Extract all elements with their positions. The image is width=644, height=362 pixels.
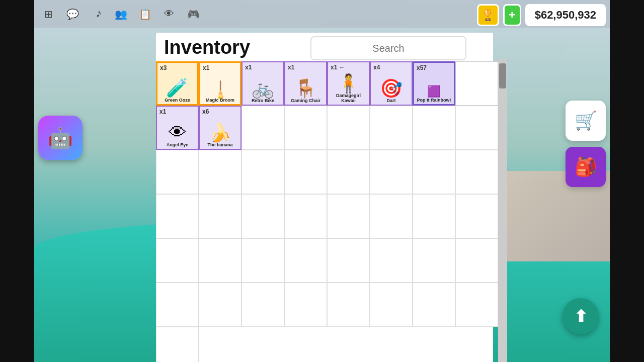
empty-cell-24 <box>156 238 199 283</box>
empty-cell-17 <box>199 194 242 238</box>
right-border <box>610 0 644 362</box>
empty-cell-29 <box>370 238 413 283</box>
plus-icon: + <box>509 9 515 22</box>
toolbar-icon-eye[interactable]: 👁 <box>161 6 177 22</box>
toolbar-icon-music[interactable]: 𝅘𝅥𝅮𝅘𝅥𝅯 <box>89 6 105 22</box>
empty-cell-10 <box>242 150 284 194</box>
item-count: x1 <box>159 108 166 115</box>
empty-cell-39 <box>455 283 498 327</box>
empty-cell-18 <box>242 194 284 238</box>
empty-cell-32 <box>156 283 199 327</box>
search-container <box>310 36 466 60</box>
empty-cell-25 <box>199 238 242 283</box>
empty-cell-36 <box>327 283 370 327</box>
item-label: Dart <box>371 99 412 105</box>
money-display: $62,950,932 <box>525 4 606 26</box>
item-count: x6 <box>202 108 209 115</box>
empty-cell-11 <box>284 150 327 194</box>
item-cell-magic-broom[interactable]: x1 🧹 Magic Broom <box>199 61 242 106</box>
empty-cell-35 <box>284 283 327 327</box>
empty-cell-8 <box>156 150 199 194</box>
empty-cell-34 <box>242 283 284 327</box>
item-cell-gaming-chair[interactable]: x1 🪑 Gaming Chair <box>284 61 327 106</box>
item-label: Green Ooze <box>157 98 197 104</box>
backpack-button[interactable]: 🎒 <box>566 147 606 187</box>
upload-icon: ⬆ <box>574 307 588 326</box>
item-cell-retro-bike[interactable]: x1 🚲 Retro Bike <box>242 61 284 106</box>
item-count: x1 ← <box>331 64 345 71</box>
scrollbar-thumb[interactable] <box>499 63 506 88</box>
item-count: x1 <box>245 64 252 71</box>
empty-cell-27 <box>284 238 327 283</box>
empty-cell-21 <box>370 194 413 238</box>
item-count: x4 <box>373 64 380 71</box>
item-cell-angel-eye[interactable]: x1 👁 Angel Eye <box>156 106 199 150</box>
trophy-icon: 🏆 <box>481 9 495 22</box>
backpack-icon: 🎒 <box>575 156 597 177</box>
toolbar-icon-game[interactable]: 🎮 <box>185 6 201 22</box>
angel-eye-icon: 👁 <box>169 124 187 142</box>
right-buttons: 🛒 🎒 <box>566 101 606 187</box>
item-count: x1 <box>288 64 294 71</box>
inventory-scrollbar[interactable] <box>498 59 507 362</box>
empty-cell-28 <box>327 238 370 283</box>
damagegirl-icon: 🧍 <box>337 74 360 93</box>
plus-button[interactable]: + <box>503 4 521 26</box>
left-app-icon[interactable]: 🤖 <box>38 116 83 160</box>
empty-cell-22 <box>413 194 455 238</box>
trophy-button[interactable]: 🏆 <box>477 4 499 26</box>
empty-cell-23 <box>455 194 498 238</box>
empty-cell-20 <box>327 194 370 238</box>
item-count: x57 <box>417 64 427 71</box>
robot-icon: 🤖 <box>48 126 73 150</box>
item-cell-pop-it[interactable]: x57 🟪 Pop It Rainbow! <box>413 61 455 106</box>
empty-cell-6 <box>413 106 455 150</box>
item-cell-dart[interactable]: x4 🎯 Dart <box>370 61 413 106</box>
dart-icon: 🎯 <box>380 79 403 98</box>
empty-cell-1 <box>455 61 498 106</box>
gaming-chair-icon: 🪑 <box>294 79 317 98</box>
item-count: x1 <box>203 64 209 71</box>
item-cell-banana[interactable]: x6 🍌 The banana <box>199 106 242 150</box>
empty-cell-38 <box>413 283 455 327</box>
empty-cell-15 <box>455 150 498 194</box>
item-label: Retro Bike <box>243 99 283 105</box>
banana-icon: 🍌 <box>209 124 231 142</box>
shop-button[interactable]: 🛒 <box>566 101 606 141</box>
item-cell-damagegirl[interactable]: x1 ← 🧍 Damagegirl Kawaii <box>327 61 370 106</box>
inventory-panel: Inventory x3 🧪 Green Ooze x1 🧹 Magic Bro… <box>156 33 493 362</box>
toolbar-icon-users[interactable]: 👥 <box>113 6 129 22</box>
empty-cell-37 <box>370 283 413 327</box>
empty-cell-16 <box>156 194 199 238</box>
empty-cell-30 <box>413 238 455 283</box>
item-label: The banana <box>200 143 240 149</box>
empty-cell-19 <box>284 194 327 238</box>
item-label: Angel Eye <box>157 143 198 149</box>
cart-icon: 🛒 <box>575 110 597 131</box>
empty-cell-13 <box>370 150 413 194</box>
empty-cell-4 <box>327 106 370 150</box>
item-label: Damagegirl Kawaii <box>328 94 369 105</box>
item-cell-green-ooze[interactable]: x3 🧪 Green Ooze <box>156 61 199 106</box>
empty-cell-31 <box>455 238 498 283</box>
empty-cell-7 <box>455 106 498 150</box>
empty-cell-5 <box>370 106 413 150</box>
toolbar-icon-chat[interactable]: 💬 <box>64 6 80 22</box>
empty-cell-33 <box>199 283 242 327</box>
pop-it-icon: 🟪 <box>427 86 441 97</box>
search-input[interactable] <box>310 36 466 60</box>
empty-cell-14 <box>413 150 455 194</box>
upload-button[interactable]: ⬆ <box>562 298 599 334</box>
items-grid: x3 🧪 Green Ooze x1 🧹 Magic Broom x1 🚲 Re… <box>156 61 498 362</box>
left-border <box>0 0 34 362</box>
item-count: x3 <box>160 64 167 71</box>
items-grid-wrapper: x3 🧪 Green Ooze x1 🧹 Magic Broom x1 🚲 Re… <box>156 59 493 362</box>
toolbar-icon-copy[interactable]: 📋 <box>137 6 153 22</box>
empty-cell-9 <box>199 150 242 194</box>
empty-cell-26 <box>242 238 284 283</box>
empty-cell-12 <box>327 150 370 194</box>
green-ooze-icon: 🧪 <box>166 79 189 97</box>
currency-area: 🏆 + $62,950,932 <box>477 4 606 26</box>
retro-bike-icon: 🚲 <box>252 79 274 98</box>
toolbar-icon-grid[interactable]: ⊞ <box>40 6 56 22</box>
